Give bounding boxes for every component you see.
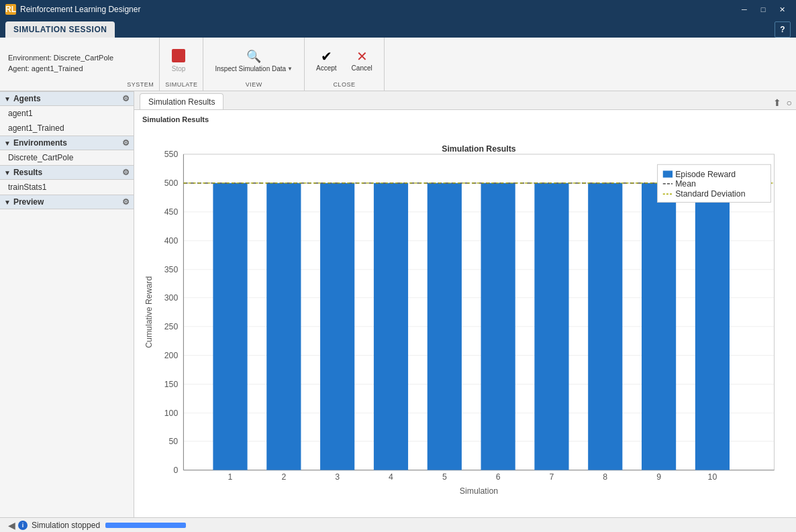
- svg-text:100: 100: [164, 409, 179, 418]
- accept-icon: ✔: [321, 50, 332, 63]
- preview-toggle-icon[interactable]: ▼: [4, 199, 11, 206]
- app-icon: RL: [5, 4, 16, 15]
- agents-gear-icon[interactable]: ⚙: [122, 94, 130, 103]
- svg-text:9: 9: [656, 472, 661, 482]
- svg-text:550: 550: [164, 150, 179, 159]
- tabbar: SIMULATION SESSION ?: [0, 19, 796, 38]
- content-tab-actions: ⬆ ○: [772, 96, 793, 109]
- sidebar-item-trainstats1[interactable]: trainStats1: [0, 180, 134, 195]
- minimize-button[interactable]: ─: [736, 3, 753, 16]
- svg-text:4: 4: [389, 472, 393, 482]
- svg-text:5: 5: [442, 472, 447, 482]
- close-section: ✔ Accept ✕ Cancel CLOSE: [305, 38, 385, 91]
- window-controls: ─ □ ✕: [736, 3, 791, 16]
- bar-6: [481, 183, 515, 470]
- cancel-icon: ✕: [356, 50, 368, 63]
- svg-text:150: 150: [164, 380, 179, 389]
- agent-label: Agent: agent1_Trained: [8, 64, 113, 72]
- y-axis-label: Cumulative Reward: [144, 276, 154, 348]
- results-toggle-icon[interactable]: ▼: [4, 169, 11, 176]
- accept-button[interactable]: ✔ Accept: [310, 46, 343, 75]
- help-button[interactable]: ?: [775, 21, 791, 38]
- expand-icon[interactable]: ○: [785, 96, 793, 109]
- svg-text:2: 2: [281, 472, 286, 482]
- preview-section-label: Preview: [13, 197, 44, 207]
- simulate-section: Stop SIMULATE: [160, 38, 203, 91]
- agents-section-header: ▼ Agents ⚙: [0, 91, 134, 106]
- simulate-label: SIMULATE: [165, 81, 197, 91]
- bar-4: [374, 183, 408, 470]
- svg-text:400: 400: [164, 236, 179, 246]
- sidebar-item-discrete-cartpole[interactable]: Discrete_CartPole: [0, 150, 134, 165]
- inspect-icon: 🔍: [246, 49, 261, 64]
- close-label: CLOSE: [310, 81, 379, 91]
- chart-container: Simulation Results Cumulative Reward Sim…: [142, 129, 788, 509]
- legend-std-label: Standard Deviation: [675, 189, 746, 199]
- sidebar-item-agent1[interactable]: agent1: [0, 106, 134, 121]
- legend-mean-label: Mean: [675, 179, 696, 189]
- cancel-button[interactable]: ✕ Cancel: [346, 46, 379, 75]
- collapse-icon[interactable]: ⬆: [772, 96, 783, 109]
- sidebar: ▼ Agents ⚙ agent1 agent1_Trained ▼ Envir…: [0, 91, 134, 517]
- main-area: ▼ Agents ⚙ agent1 agent1_Trained ▼ Envir…: [0, 91, 796, 517]
- svg-text:0: 0: [173, 466, 178, 475]
- bar-10: [695, 183, 730, 470]
- bar-2: [266, 183, 301, 470]
- x-axis-label: Simulation: [460, 486, 498, 496]
- content-area: Simulation Results ⬆ ○ Simulation Result…: [134, 91, 796, 517]
- legend-episode-icon: [663, 170, 673, 177]
- stop-label: Stop: [172, 65, 186, 72]
- environments-section-label: Environments: [13, 138, 67, 148]
- env-agent-info: Environment: Discrete_CartPole Agent: ag…: [0, 38, 121, 91]
- svg-text:8: 8: [603, 472, 607, 482]
- stop-button[interactable]: Stop: [165, 46, 192, 76]
- svg-text:350: 350: [164, 265, 179, 274]
- sidebar-item-agent1-trained[interactable]: agent1_Trained: [0, 121, 134, 136]
- legend-episode-label: Episode Reward: [675, 170, 736, 179]
- svg-text:200: 200: [164, 351, 179, 360]
- bar-8: [588, 183, 622, 470]
- svg-text:10: 10: [708, 472, 717, 482]
- nav-left-icon[interactable]: ◀: [5, 520, 18, 531]
- content-tab-bar: Simulation Results ⬆ ○: [134, 91, 796, 110]
- close-button[interactable]: ✕: [773, 3, 791, 16]
- section-title: Simulation Results: [142, 115, 788, 123]
- preview-gear-icon[interactable]: ⚙: [122, 197, 130, 207]
- bar-7: [534, 183, 568, 470]
- stop-icon: [172, 49, 185, 62]
- agents-section-label: Agents: [13, 94, 41, 103]
- environments-section-header: ▼ Environments ⚙: [0, 136, 134, 150]
- cancel-label: Cancel: [352, 64, 372, 72]
- bar-3: [320, 183, 354, 470]
- svg-text:50: 50: [169, 437, 179, 446]
- app-title: Reinforcement Learning Designer: [20, 5, 736, 14]
- agents-toggle-icon[interactable]: ▼: [4, 95, 11, 103]
- view-section: 🔍 Inspect Simulation Data ▼ VIEW: [203, 38, 305, 91]
- results-section-label: Results: [13, 168, 42, 177]
- environments-toggle-icon[interactable]: ▼: [4, 140, 11, 147]
- svg-text:450: 450: [164, 207, 179, 217]
- titlebar: RL Reinforcement Learning Designer ─ □ ✕: [0, 0, 796, 19]
- inspect-label: Inspect Simulation Data ▼: [215, 65, 293, 72]
- svg-text:3: 3: [335, 472, 340, 482]
- inspect-button[interactable]: 🔍 Inspect Simulation Data ▼: [209, 46, 299, 76]
- system-section: SYSTEM: [121, 38, 160, 91]
- environments-gear-icon[interactable]: ⚙: [122, 138, 130, 148]
- statusbar: ◀ i Simulation stopped: [0, 517, 796, 532]
- preview-section-header: ▼ Preview ⚙: [0, 195, 134, 209]
- content-body: Simulation Results Simulation Results Cu…: [134, 110, 796, 517]
- status-message: Simulation stopped: [32, 521, 100, 530]
- chart-title: Simulation Results: [442, 144, 516, 154]
- svg-text:6: 6: [496, 472, 501, 482]
- results-gear-icon[interactable]: ⚙: [122, 168, 130, 177]
- view-label: VIEW: [209, 81, 299, 91]
- simulation-session-tab[interactable]: SIMULATION SESSION: [5, 21, 115, 38]
- status-progress-bar: [105, 523, 186, 528]
- dropdown-arrow-icon: ▼: [287, 66, 293, 72]
- bar-1: [213, 183, 247, 470]
- maximize-button[interactable]: □: [754, 3, 772, 16]
- system-label: SYSTEM: [127, 81, 154, 91]
- accept-label: Accept: [316, 64, 337, 72]
- simulation-results-tab[interactable]: Simulation Results: [140, 93, 223, 109]
- environment-label: Environment: Discrete_CartPole: [8, 54, 113, 62]
